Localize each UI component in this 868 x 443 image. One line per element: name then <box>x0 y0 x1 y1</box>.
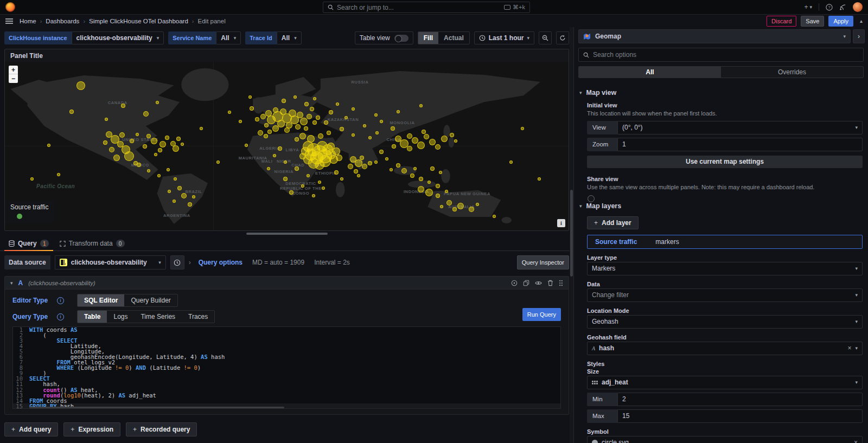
query-help-icon[interactable] <box>511 280 518 286</box>
delete-query-icon[interactable] <box>547 280 553 286</box>
map-marker[interactable] <box>297 112 303 118</box>
map-marker[interactable] <box>151 138 157 144</box>
actual-option[interactable]: Actual <box>438 32 469 44</box>
query-type-table[interactable]: Table <box>78 311 107 323</box>
map-marker[interactable] <box>250 106 254 111</box>
layer-type-select[interactable]: Markers▾ <box>587 262 863 275</box>
collapse-query-icon[interactable]: ▾ <box>10 280 13 286</box>
zoom-out-time-button[interactable] <box>539 31 552 44</box>
map-marker[interactable] <box>344 116 348 119</box>
map-marker[interactable] <box>313 97 316 100</box>
map-marker[interactable] <box>380 120 383 123</box>
new-menu-button[interactable]: +▾ <box>804 3 812 11</box>
collapse-options-icon[interactable]: ▴ <box>860 18 863 24</box>
map-marker[interactable] <box>158 148 162 152</box>
map-marker[interactable] <box>272 125 279 132</box>
map-marker[interactable] <box>316 115 320 120</box>
map-marker[interactable] <box>143 144 147 149</box>
fill-option[interactable]: Fill <box>418 32 438 44</box>
map-marker[interactable] <box>173 145 179 152</box>
map-marker[interactable] <box>521 127 524 130</box>
map-marker[interactable] <box>418 186 424 192</box>
query-card-header[interactable]: ▾ A (clickhouse-observability) <box>5 277 569 290</box>
map-marker[interactable] <box>299 133 306 139</box>
map-zoom-in-button[interactable]: + <box>9 66 18 74</box>
map-marker[interactable] <box>379 150 384 154</box>
map-marker[interactable] <box>441 136 448 142</box>
symbol-select[interactable]: circle.svg× <box>587 436 863 443</box>
map-marker[interactable] <box>413 167 417 170</box>
variable-value-dropdown[interactable]: All▾ <box>277 31 302 44</box>
map-marker[interactable] <box>258 130 263 136</box>
sql-line[interactable]: 8 WHERE (Longitude != 0) AND (Latitude !… <box>13 365 560 370</box>
grafana-logo-icon[interactable] <box>5 2 15 12</box>
map-marker[interactable] <box>538 177 541 181</box>
map-marker[interactable] <box>300 118 308 125</box>
query-builder-option[interactable]: Query Builder <box>124 294 177 306</box>
map-marker[interactable] <box>174 177 177 181</box>
map-marker[interactable] <box>289 190 293 195</box>
map-marker[interactable] <box>176 137 181 141</box>
map-marker[interactable] <box>340 177 343 181</box>
map-marker[interactable] <box>410 174 414 178</box>
map-marker[interactable] <box>425 189 433 196</box>
map-marker[interactable] <box>429 139 436 145</box>
panel-resize-handle[interactable] <box>246 233 328 235</box>
map-marker[interactable] <box>154 153 157 156</box>
discard-button[interactable]: Discard <box>767 16 796 27</box>
map-marker[interactable] <box>181 193 187 198</box>
map-marker[interactable] <box>324 120 328 125</box>
map-marker[interactable] <box>397 110 400 113</box>
max-input[interactable]: 15 <box>617 409 863 423</box>
map-marker[interactable] <box>146 134 151 138</box>
map-marker[interactable] <box>352 107 355 111</box>
map-marker[interactable] <box>57 173 60 176</box>
drag-handle-icon[interactable] <box>559 280 563 286</box>
datasource-help-button[interactable] <box>170 255 184 269</box>
map-zoom-out-button[interactable]: − <box>9 74 18 83</box>
use-current-map-settings-button[interactable]: Use current map settings <box>587 156 863 168</box>
view-select[interactable]: (0°, 0°)▾ <box>617 121 863 134</box>
map-marker[interactable] <box>312 194 315 197</box>
map-marker[interactable] <box>424 134 429 139</box>
zoom-input[interactable]: 1 <box>617 138 863 151</box>
map-marker[interactable] <box>159 141 166 147</box>
section-map-layers[interactable]: ▾ Map layers <box>579 202 865 210</box>
map-marker[interactable] <box>436 194 440 198</box>
add-query-button[interactable]: +Add query <box>4 422 58 436</box>
map-marker[interactable] <box>304 126 308 131</box>
map-marker[interactable] <box>168 190 171 193</box>
map-marker[interactable] <box>295 137 299 142</box>
map-marker[interactable] <box>143 111 149 117</box>
map-marker[interactable] <box>30 177 34 181</box>
options-search[interactable]: Search options <box>578 48 864 62</box>
map-marker[interactable] <box>469 207 474 212</box>
map-marker[interactable] <box>374 113 378 117</box>
time-range-picker[interactable]: Last 1 hour ▾ <box>474 31 534 44</box>
map-marker[interactable] <box>181 143 184 146</box>
sql-line[interactable]: 13 round(log10(heat), 2) AS adj_heat <box>13 393 560 398</box>
map-marker[interactable] <box>322 187 325 190</box>
map-marker[interactable] <box>419 104 423 107</box>
map-marker[interactable] <box>124 151 134 161</box>
map-marker[interactable] <box>282 99 286 103</box>
duplicate-query-icon[interactable] <box>523 280 529 286</box>
map-marker[interactable] <box>509 160 513 164</box>
map-marker[interactable] <box>392 144 396 149</box>
map-marker[interactable] <box>422 130 426 134</box>
map-marker[interactable] <box>167 168 170 171</box>
map-marker[interactable] <box>136 133 139 136</box>
sql-line[interactable]: 10SELECT <box>13 376 560 381</box>
map-marker[interactable] <box>407 146 412 151</box>
map-attribution-button[interactable]: i <box>557 219 565 227</box>
user-avatar[interactable] <box>853 2 863 12</box>
map-marker[interactable] <box>278 146 282 151</box>
global-search[interactable]: Search or jump to... ⌘+k <box>323 2 530 13</box>
map-marker[interactable] <box>360 156 364 160</box>
sql-editor[interactable]: 1WITH coords AS2 (3 SELECT4 Latitude,5 L… <box>12 326 561 409</box>
map-marker[interactable] <box>121 104 125 108</box>
sql-editor-option[interactable]: SQL Editor <box>78 294 124 306</box>
map-marker[interactable] <box>417 142 425 149</box>
clear-icon[interactable]: × <box>847 344 851 352</box>
news-icon[interactable] <box>839 4 846 11</box>
